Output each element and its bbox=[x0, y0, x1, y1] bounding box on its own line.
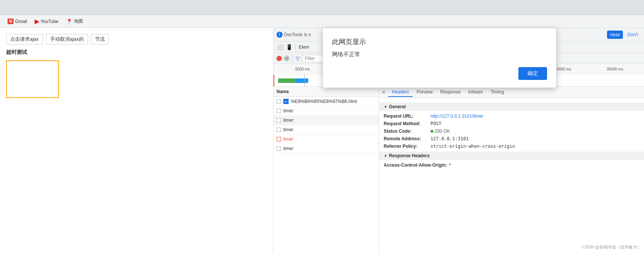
general-title: General bbox=[389, 104, 406, 109]
toolbar-separator bbox=[295, 44, 296, 51]
gmail-label: Gmail bbox=[15, 19, 27, 24]
table-row[interactable]: timer bbox=[274, 125, 379, 135]
row-checkbox-4[interactable] bbox=[277, 137, 281, 141]
network-separator bbox=[292, 55, 293, 62]
tab-response[interactable]: Response bbox=[437, 88, 464, 97]
remote-address-row: Remote Address: 127.0.0.1:3101 bbox=[384, 135, 639, 143]
referrer-policy-key: Referrer Policy: bbox=[384, 144, 429, 149]
referrer-policy-row: Referrer Policy: strict-origin-when-cros… bbox=[384, 143, 639, 150]
access-control-row: Access-Control-Allow-Origin: * bbox=[384, 161, 639, 169]
gmail-icon: M bbox=[8, 18, 14, 24]
browser-top bbox=[0, 0, 644, 15]
general-section-header: ▼ General bbox=[379, 103, 644, 111]
name-list-header: Name bbox=[274, 87, 379, 97]
request-method-row: Request Method: POST bbox=[384, 120, 639, 127]
row-name-3: timer bbox=[283, 127, 294, 132]
detail-panel: ✕ Headers Preview Response Initiator Tim… bbox=[379, 87, 644, 253]
bookmark-youtube[interactable]: ▶ YouTube bbox=[32, 16, 61, 26]
alert-message: 网络不正常 bbox=[332, 51, 547, 58]
tab-preview[interactable]: Preview bbox=[413, 88, 437, 97]
detail-content: ▼ General Request URL: http://127.0.0.1:… bbox=[379, 98, 644, 253]
page-title: 超时测试 bbox=[6, 49, 267, 56]
elements-label: Elem bbox=[299, 44, 309, 50]
timeline-red-line bbox=[274, 75, 274, 86]
status-code-key: Status Code: bbox=[384, 129, 429, 134]
row-name-5: timer bbox=[283, 146, 294, 151]
table-row[interactable]: timer bbox=[274, 106, 379, 116]
cancel-ajax-button[interactable]: 手动取消ajax的 bbox=[46, 34, 88, 44]
detail-tabs: ✕ Headers Preview Response Initiator Tim… bbox=[379, 87, 644, 98]
request-url-row: Request URL: http://127.0.0.1:3101/timer bbox=[384, 112, 639, 120]
page-buttons: 点击请求ajax 手动取消ajax的 节流 bbox=[6, 34, 267, 44]
alert-title: 此网页显示 bbox=[332, 37, 547, 46]
maps-icon: 📍 bbox=[66, 18, 72, 25]
page-area: 点击请求ajax 手动取消ajax的 节流 超时测试 bbox=[0, 28, 274, 253]
timeline-bar bbox=[278, 78, 308, 83]
name-list: Name H %E8%B6%85%E6%97%B6.html timer tim… bbox=[274, 87, 379, 253]
row-checkbox-2[interactable] bbox=[277, 118, 281, 123]
table-row[interactable]: timer bbox=[274, 144, 379, 153]
response-headers-title: Response Headers bbox=[389, 153, 430, 158]
timeline-mark-5000: 5000 ms bbox=[277, 67, 329, 71]
row-checkbox-5[interactable] bbox=[277, 146, 281, 151]
table-row[interactable]: timer bbox=[274, 116, 379, 125]
timeline-mark-35000: 35000 ms bbox=[589, 67, 641, 71]
row-checkbox-0[interactable] bbox=[277, 99, 281, 104]
status-dot bbox=[430, 130, 433, 133]
inspect-icon[interactable]: ⬜ bbox=[277, 44, 283, 51]
translate-button[interactable]: nese bbox=[607, 31, 623, 39]
remote-address-value: 127.0.0.1:3101 bbox=[430, 136, 469, 141]
referrer-policy-value: strict-origin-when-cross-origin bbox=[430, 144, 515, 149]
devtools-info-text: DevTools is n bbox=[284, 32, 311, 37]
dont-button[interactable]: Don't bbox=[624, 31, 641, 39]
browser-bookmarks: M Gmail ▶ YouTube 📍 地图 bbox=[0, 15, 644, 28]
status-code-row: Status Code: 200 OK bbox=[384, 127, 639, 135]
filter-icon[interactable]: ▽ bbox=[296, 55, 300, 61]
split-panel: Name H %E8%B6%85%E6%97%B6.html timer tim… bbox=[274, 87, 644, 253]
access-control-value: * bbox=[449, 163, 451, 168]
row-name-4: timer bbox=[283, 136, 294, 142]
youtube-icon: ▶ bbox=[35, 18, 39, 25]
request-method-value: POST bbox=[430, 121, 441, 126]
row-checkbox-3[interactable] bbox=[277, 127, 281, 132]
tab-timing[interactable]: Timing bbox=[487, 88, 508, 97]
table-row[interactable]: timer bbox=[274, 135, 379, 144]
remote-address-key: Remote Address: bbox=[384, 136, 429, 141]
status-code-value: 200 OK bbox=[430, 129, 450, 134]
alert-dialog: 此网页显示 网络不正常 确定 bbox=[323, 28, 556, 88]
request-method-key: Request Method: bbox=[384, 121, 429, 126]
request-url-key: Request URL: bbox=[384, 113, 429, 119]
request-url-value: http://127.0.0.1:3101/timer bbox=[430, 113, 483, 119]
general-arrow: ▼ bbox=[384, 105, 387, 109]
youtube-label: YouTube bbox=[41, 19, 58, 24]
ajax-request-button[interactable]: 点击请求ajax bbox=[6, 34, 43, 44]
response-headers-section-header: ▼ Response Headers bbox=[379, 152, 644, 160]
throttle-button[interactable]: 节流 bbox=[91, 34, 109, 44]
row-name-2: timer bbox=[283, 118, 294, 123]
row-checkbox-1[interactable] bbox=[277, 109, 281, 113]
tab-initiator[interactable]: Initiator bbox=[464, 88, 487, 97]
table-row[interactable]: H %E8%B6%85%E6%97%B6.html bbox=[274, 97, 379, 106]
html-file-icon: H bbox=[283, 99, 289, 104]
info-icon: i bbox=[277, 32, 283, 38]
maps-label: 地图 bbox=[74, 18, 83, 25]
devtools-tabs-right: nese Don't bbox=[607, 31, 641, 39]
alert-ok-button[interactable]: 确定 bbox=[518, 67, 547, 80]
device-icon[interactable]: 📱 bbox=[286, 44, 292, 51]
timeline-gray-line bbox=[304, 75, 305, 86]
row-name-0: %E8%B6%85%E6%97%B6.html bbox=[291, 99, 357, 104]
tab-headers[interactable]: Headers bbox=[388, 88, 413, 97]
response-headers-arrow: ▼ bbox=[384, 154, 387, 158]
close-detail-button[interactable]: ✕ bbox=[381, 89, 387, 95]
record-button[interactable] bbox=[277, 56, 282, 61]
row-name-1: timer bbox=[283, 108, 294, 113]
access-control-key: Access-Control-Allow-Origin: bbox=[384, 163, 447, 168]
page-box bbox=[6, 60, 59, 98]
csdn-watermark: CSDN @前端学徒（低等修为） bbox=[583, 244, 641, 250]
bookmark-maps[interactable]: 📍 地图 bbox=[63, 17, 86, 26]
stop-button[interactable]: ⊘ bbox=[284, 56, 289, 61]
bookmark-gmail[interactable]: M Gmail bbox=[5, 17, 30, 26]
